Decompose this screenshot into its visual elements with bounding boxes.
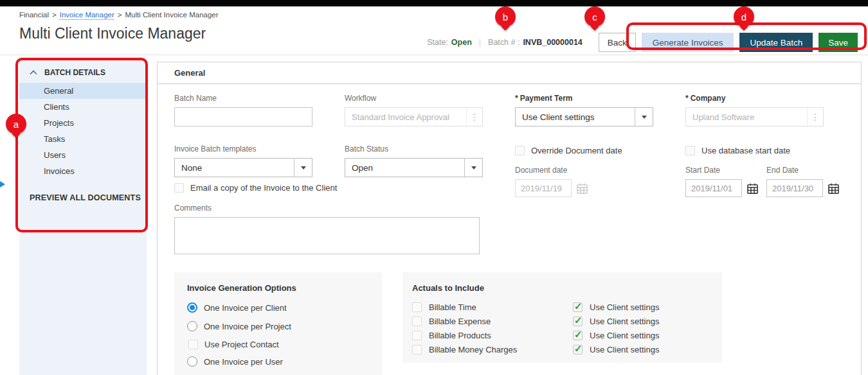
breadcrumb-root: Financial: [19, 11, 49, 19]
save-button[interactable]: Save: [818, 33, 858, 52]
end-date-label: End Date: [766, 166, 840, 175]
use-project-contact-checkbox[interactable]: Use Project Contact: [187, 340, 369, 349]
lookup-dots-icon: ⋮: [807, 108, 823, 126]
batch-status-label: Batch Status: [345, 144, 483, 153]
dropdown-arrow-icon[interactable]: [464, 159, 482, 177]
update-batch-button[interactable]: Update Batch: [739, 33, 813, 52]
batch-number-value: INVB_00000014: [523, 38, 582, 47]
back-button[interactable]: Back: [599, 33, 636, 52]
radio-button: [187, 356, 197, 367]
dropdown-arrow-icon[interactable]: [635, 108, 653, 126]
use-database-start-date-checkbox[interactable]: Use database start date: [685, 146, 824, 155]
actuals-row-billable-time: Billable Time Use Client settings: [412, 302, 712, 312]
email-copy-label: Email a copy of the Invoice to the Clien…: [190, 183, 337, 193]
payment-term-field: *Payment Term Use Client settings: [515, 94, 653, 126]
batch-status-value: Open: [345, 159, 464, 177]
state-label: State:: [427, 38, 448, 47]
generate-invoices-button[interactable]: Generate Invoices: [642, 33, 734, 52]
sidebar-section-batch-details[interactable]: BATCH DETAILS: [19, 64, 147, 83]
payment-term-select[interactable]: Use Client settings: [515, 107, 653, 126]
top-black-bar: [0, 0, 868, 6]
page-title: Multi Client Invoice Manager: [19, 25, 206, 42]
checkbox-checked-box: [573, 317, 583, 326]
comments-textarea[interactable]: [174, 217, 480, 254]
use-client-settings-expense-checkbox[interactable]: Use Client settings: [573, 317, 659, 326]
batch-name-input[interactable]: [174, 107, 312, 126]
use-client-settings-time-checkbox[interactable]: Use Client settings: [573, 302, 659, 312]
workflow-label: Workflow: [345, 94, 483, 103]
company-field: *Company Upland Software ⋮: [685, 94, 824, 126]
annotation-marker-a: a: [6, 114, 26, 134]
use-database-start-date-label: Use database start date: [701, 146, 790, 155]
radio-one-invoice-per-project[interactable]: One Invoice per Project: [187, 321, 369, 331]
end-date-input[interactable]: [766, 179, 823, 197]
checkbox-box: [412, 345, 422, 354]
radio-one-invoice-per-user[interactable]: One Invoice per User: [187, 356, 369, 367]
document-date-field: Document date: [515, 166, 653, 197]
sidebar-item-projects[interactable]: Projects: [19, 115, 147, 131]
actuals-to-include-title: Actuals to Include: [412, 283, 712, 293]
checkbox-box: [188, 340, 198, 349]
header-actions: State: Open | Batch # : INVB_00000014 Ba…: [427, 33, 858, 52]
sidebar-item-tasks[interactable]: Tasks: [19, 131, 147, 147]
annotation-marker-d: d: [734, 6, 754, 27]
panel-header-general: General: [158, 62, 861, 84]
calendar-icon[interactable]: [746, 182, 759, 195]
radio-button-selected: [187, 302, 197, 313]
sidebar-item-clients[interactable]: Clients: [19, 99, 147, 115]
calendar-icon[interactable]: [827, 182, 840, 195]
breadcrumb: Financial>Invoice Manager>Multi Client I…: [19, 11, 219, 19]
actuals-row-billable-money-charges: Billable Money Charges Use Client settin…: [412, 345, 712, 354]
annotation-marker-b: b: [495, 6, 516, 27]
invoice-batch-templates-field: Invoice Batch templates None: [174, 144, 312, 177]
workflow-picker: Standard Invoice Approval ⋮: [345, 107, 483, 126]
sidebar: BATCH DETAILS General Clients Projects T…: [19, 57, 147, 375]
checkbox-checked-box: [573, 345, 583, 354]
company-picker: Upland Software ⋮: [685, 107, 824, 126]
override-document-date-label: Override Document date: [531, 146, 622, 155]
comments-field: Comments: [174, 204, 844, 257]
workflow-value: Standard Invoice Approval: [345, 108, 466, 126]
batch-status-summary: State: Open | Batch # : INVB_00000014: [427, 38, 583, 47]
company-value: Upland Software: [686, 108, 807, 126]
use-client-settings-products-checkbox[interactable]: Use Client settings: [573, 331, 659, 340]
email-copy-checkbox[interactable]: Email a copy of the Invoice to the Clien…: [174, 183, 354, 193]
billable-money-charges-checkbox[interactable]: Billable Money Charges: [412, 345, 573, 354]
preview-all-documents-link[interactable]: PREVIEW ALL DOCUMENTS: [19, 193, 147, 202]
state-value: Open: [451, 38, 472, 47]
radio-one-invoice-per-client[interactable]: One Invoice per Client: [187, 302, 369, 313]
billable-expense-checkbox[interactable]: Billable Expense: [412, 317, 573, 326]
batch-name-field: Batch Name: [174, 94, 312, 126]
content-area: BATCH DETAILS General Clients Projects T…: [0, 55, 868, 375]
batch-status-select[interactable]: Open: [345, 158, 483, 177]
use-client-settings-money-checkbox[interactable]: Use Client settings: [573, 345, 659, 354]
start-date-label: Start Date: [685, 166, 759, 175]
actuals-row-billable-products: Billable Products Use Client settings: [412, 331, 712, 340]
dropdown-arrow-icon[interactable]: [294, 159, 312, 177]
status-divider: |: [479, 38, 481, 47]
actuals-row-billable-expense: Billable Expense Use Client settings: [412, 317, 712, 326]
chevron-up-icon: [30, 70, 37, 75]
checkbox-checked-box: [573, 331, 583, 340]
billable-products-checkbox[interactable]: Billable Products: [412, 331, 573, 340]
required-asterisk: *: [685, 94, 689, 103]
panel-body: Batch Name Workflow Standard Invoice App…: [158, 84, 861, 375]
sidebar-item-invoices[interactable]: Invoices: [19, 163, 147, 179]
panel-expand-arrow-icon[interactable]: [0, 181, 5, 188]
invoice-batch-templates-select[interactable]: None: [174, 158, 312, 177]
breadcrumb-link-invoice-manager[interactable]: Invoice Manager: [60, 11, 114, 19]
start-date-input[interactable]: [685, 179, 742, 197]
end-date-field: End Date: [766, 166, 840, 197]
invoice-generation-options-title: Invoice Generation Options: [187, 283, 369, 293]
breadcrumb-separator: >: [118, 11, 122, 19]
sidebar-item-general[interactable]: General: [19, 83, 147, 99]
billable-time-checkbox[interactable]: Billable Time: [412, 302, 573, 312]
checkbox-box: [412, 331, 422, 340]
sidebar-item-users[interactable]: Users: [19, 147, 147, 163]
lookup-dots-icon: ⋮: [466, 108, 482, 126]
override-document-date-checkbox[interactable]: Override Document date: [515, 146, 653, 155]
document-date-input: [515, 179, 572, 197]
checkbox-box: [685, 146, 695, 155]
calendar-icon: [576, 182, 588, 195]
radio-button: [187, 321, 197, 331]
